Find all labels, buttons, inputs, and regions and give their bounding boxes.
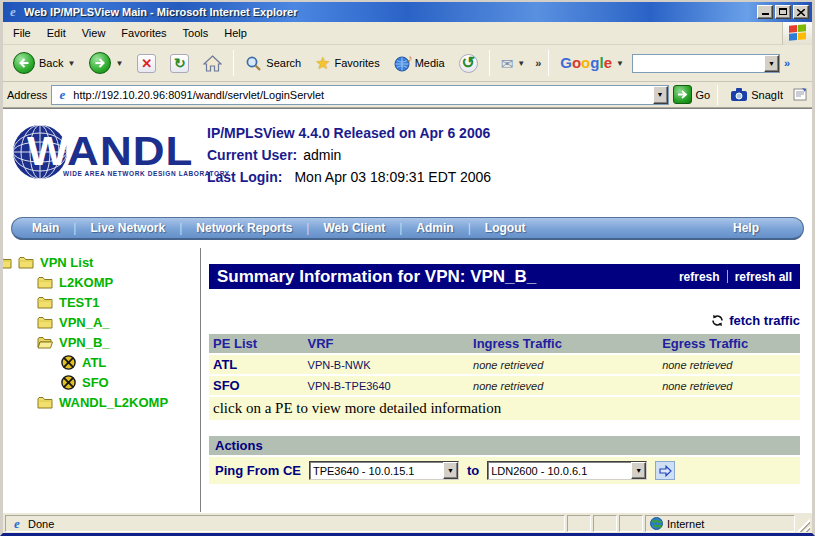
stop-button[interactable]: ✕ [131,51,162,76]
table-cell: VPN-B-TPE3640 [304,376,469,395]
go-arrow-icon [677,90,688,99]
go-button[interactable] [673,85,692,104]
forward-button[interactable]: ▼ [83,49,129,77]
search-icon [245,55,262,72]
favorites-button[interactable]: ★ Favorites [309,52,386,75]
status-zone-panel: Internet [645,515,795,532]
summary-title: Summary Information for VPN: VPN_B_ [217,267,536,287]
nav-item-network-reports[interactable]: Network Reports [182,221,306,235]
tree-item-label: VPN_A_ [59,315,110,330]
table-row: SFOVPN-B-TPE3640none retrievednone retri… [209,376,800,395]
ping-to-value: LDN2600 - 10.0.6.1 [488,465,631,477]
tree-item-vpn_a_[interactable]: VPN_A_ [3,312,200,332]
menu-items: FileEditViewFavoritesToolsHelp [5,24,255,42]
nav-item-admin[interactable]: Admin [402,221,467,235]
wandl-tagline: WIDE AREA NETWORK DESIGN LABORATORY [63,170,230,177]
back-button[interactable]: Back ▼ [7,49,81,77]
address-input[interactable]: e http://192.10.20.96:8091/wandl/servlet… [51,85,668,105]
status-left-panel: e Done [5,515,565,532]
wandl-wordmark: WANDL [27,131,193,171]
browser-window: e Web IP/MPLSView Main - Microsoft Inter… [0,0,815,536]
close-button[interactable] [793,5,809,19]
menu-item-tools[interactable]: Tools [175,24,217,42]
table-row: ATLVPN-B-NWKnone retrievednone retrieved [209,355,800,374]
windows-flag-icon [789,24,807,42]
nav-item-help[interactable]: Help [719,221,773,235]
current-user-value: admin [303,147,341,163]
home-button[interactable] [197,52,228,75]
menu-item-view[interactable]: View [74,24,114,42]
media-button[interactable]: ♪ Media [388,52,451,75]
pe-table: PE ListVRFIngress TrafficEgress Traffic … [209,332,800,397]
nav-item-live-network[interactable]: Live Network [76,221,179,235]
home-icon [203,55,222,72]
tree-item-vpn_b_[interactable]: VPN_B_ [3,332,200,352]
ping-from-dropdown-icon[interactable]: ▼ [443,462,458,479]
pe-link-atl[interactable]: ATL [209,355,304,374]
nav-item-main[interactable]: Main [18,221,73,235]
minimize-button[interactable] [757,5,773,19]
maximize-button[interactable] [775,5,791,19]
folder-icon [37,296,53,309]
current-user-label: Current User: [207,147,297,163]
maximize-icon [779,8,787,15]
snagit-button[interactable]: SnagIt [725,85,789,104]
ping-submit-arrow-icon [659,465,672,477]
tree-item-label: ATL [82,355,106,370]
nav-item-web-client[interactable]: Web Client [309,221,399,235]
history-icon: ↺ [459,54,478,73]
google-toolbar-button[interactable]: Google ▼ [554,51,630,75]
fetch-traffic-row: fetch traffic [209,313,800,328]
tree-root-vpn-list[interactable]: VPN List [3,252,200,272]
history-button[interactable]: ↺ [453,51,484,76]
fetch-traffic-link[interactable]: fetch traffic [729,313,800,328]
search-button[interactable]: Search [239,52,307,75]
go-label[interactable]: Go [696,89,711,101]
snagit-profile-icon[interactable] [793,87,808,103]
menu-bar: FileEditViewFavoritesToolsHelp [3,22,812,45]
menu-item-help[interactable]: Help [216,24,255,42]
search-label: Search [266,57,301,69]
toolbar-overflow-chevron[interactable]: » [533,57,543,69]
ping-from-value: TPE3640 - 10.0.15.1 [310,465,443,477]
internet-globe-icon [650,517,663,530]
folder-icon [37,276,53,289]
tree-item-test1[interactable]: TEST1 [3,292,200,312]
stop-icon: ✕ [137,54,156,73]
menu-item-edit[interactable]: Edit [39,24,74,42]
refresh-link[interactable]: refresh [679,270,720,284]
refresh-button[interactable]: ↻ [164,51,195,76]
pe-table-note: click on a PE to view more detailed info… [209,397,800,420]
nav-item-logout[interactable]: Logout [471,221,540,235]
table-cell: none retrieved [658,355,800,374]
tree-item-sfo[interactable]: SFO [3,372,200,392]
menu-item-favorites[interactable]: Favorites [113,24,174,42]
tree-item-atl[interactable]: ATL [3,352,200,372]
router-icon [61,355,76,370]
fetch-traffic-icon[interactable] [711,314,724,327]
google-overflow-chevron[interactable]: » [782,57,792,69]
toolbar: Back ▼ ▼ ✕ ↻ Search ★ Favorites ♪ Media [3,45,812,82]
resize-grip[interactable] [797,515,810,532]
ping-from-select[interactable]: TPE3640 - 10.0.15.1 ▼ [309,461,459,480]
tree-root-label: VPN List [40,255,93,270]
ie-logo-icon: e [6,5,20,19]
ping-to-select[interactable]: LDN2600 - 10.0.6.1 ▼ [487,461,647,480]
menu-item-file[interactable]: File [5,24,39,42]
tree-item-label: SFO [82,375,109,390]
ping-action-row: Ping From CE TPE3640 - 10.0.15.1 ▼ to LD… [209,457,800,484]
page-content: WANDL WIDE AREA NETWORK DESIGN LABORATOR… [3,108,812,512]
last-login-value: Mon Apr 03 18:09:31 EDT 2006 [294,169,491,185]
favorites-label: Favorites [334,57,379,69]
address-dropdown-icon[interactable]: ▼ [653,86,668,104]
ping-submit-button[interactable] [655,461,675,480]
wandl-logo: WANDL WIDE AREA NETWORK DESIGN LABORATOR… [11,123,191,187]
pe-link-sfo[interactable]: SFO [209,376,304,395]
google-input-dropdown-icon[interactable]: ▼ [764,55,779,72]
mail-button[interactable]: ✉▼ [495,53,532,74]
ping-to-dropdown-icon[interactable]: ▼ [631,462,646,479]
google-search-input[interactable]: ▼ [632,54,780,73]
refresh-all-link[interactable]: refresh all [735,270,792,284]
tree-item-l2komp[interactable]: L2KOMP [3,272,200,292]
tree-item-wandl_l2komp[interactable]: WANDL_L2KOMP [3,392,200,412]
